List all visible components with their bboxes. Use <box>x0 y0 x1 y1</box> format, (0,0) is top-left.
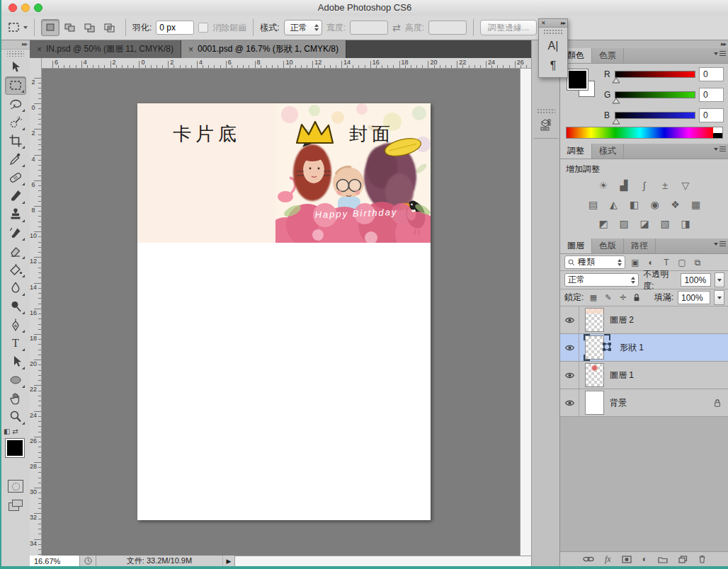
spectrum-bw-swatches[interactable] <box>713 127 722 138</box>
blue-slider[interactable] <box>615 112 695 119</box>
layer-name[interactable]: 形狀 1 <box>610 342 728 354</box>
invert-icon[interactable]: ◩ <box>596 217 610 229</box>
spectrum-gradient[interactable] <box>567 127 713 138</box>
layer-row-selected[interactable]: 形狀 1 <box>560 334 728 362</box>
dock-grip[interactable] <box>543 29 563 35</box>
fill-value[interactable]: 100% <box>678 291 710 304</box>
channel-mixer-icon[interactable]: ❖ <box>669 198 683 210</box>
dock-grip[interactable] <box>537 108 555 114</box>
link-layers-icon[interactable] <box>583 556 594 563</box>
layer-thumbnail[interactable] <box>585 308 604 332</box>
width-input[interactable] <box>350 21 388 35</box>
visibility-toggle[interactable] <box>560 389 579 416</box>
tab-adjustments[interactable]: 調整 <box>560 144 592 159</box>
green-slider[interactable] <box>615 91 695 98</box>
history-brush-tool[interactable] <box>5 224 26 242</box>
collapse-tools-button[interactable]: ▸▸ <box>1 40 30 50</box>
layer-name[interactable]: 背景 <box>610 397 713 409</box>
swap-colors-icon[interactable]: ◧ ⇄ <box>4 427 28 437</box>
ellipse-shape-tool[interactable] <box>5 371 26 389</box>
move-tool[interactable] <box>5 58 26 76</box>
close-tab-icon[interactable]: × <box>188 45 193 54</box>
layer-row[interactable]: 圖層 2 <box>560 306 728 334</box>
visibility-toggle[interactable] <box>560 334 579 361</box>
intersect-selection-button[interactable] <box>101 19 119 36</box>
add-to-selection-button[interactable] <box>61 19 79 36</box>
timing-icon[interactable] <box>80 556 96 566</box>
document-tab-0001-psd[interactable]: × 0001.psd @ 16.7% (形狀 1, CMYK/8) <box>181 40 346 58</box>
feather-input[interactable] <box>156 21 194 35</box>
lock-paint-icon[interactable]: ✎ <box>603 293 613 302</box>
ruler-corner[interactable] <box>30 58 42 69</box>
lasso-tool[interactable] <box>5 95 26 113</box>
tools-grip[interactable] <box>7 51 24 57</box>
add-layer-mask-icon[interactable] <box>622 556 632 563</box>
black-white-icon[interactable]: ◧ <box>627 198 642 210</box>
v-ruler[interactable]: 20246810121416182022242628303234 <box>30 69 42 556</box>
lock-transparency-icon[interactable]: ▦ <box>588 293 598 302</box>
new-selection-button[interactable] <box>41 19 59 36</box>
threshold-icon[interactable]: ◪ <box>637 217 652 229</box>
height-input[interactable] <box>428 21 467 35</box>
delete-layer-icon[interactable] <box>698 555 706 563</box>
layer-thumbnail[interactable] <box>585 391 604 415</box>
shape-layer-thumbnail[interactable] <box>585 335 604 360</box>
eyedropper-tool[interactable] <box>5 150 26 168</box>
filter-pixel-layers-icon[interactable]: ▣ <box>630 258 641 268</box>
new-group-icon[interactable] <box>658 556 668 563</box>
filter-shape-layers-icon[interactable]: ▢ <box>676 258 688 268</box>
style-dropdown[interactable]: 正常 <box>284 20 322 35</box>
quick-mask-button[interactable] <box>8 480 23 493</box>
gradient-map-icon[interactable]: ▧ <box>658 217 672 229</box>
tab-layers[interactable]: 圖層 <box>560 238 592 253</box>
layer-row[interactable]: 圖層 1 <box>560 362 728 389</box>
opacity-dropdown-arrow[interactable] <box>715 272 724 287</box>
antialias-checkbox[interactable] <box>198 23 208 33</box>
new-layer-icon[interactable] <box>678 556 688 563</box>
filter-type-layers-icon[interactable]: T <box>661 258 672 268</box>
tab-styles[interactable]: 樣式 <box>592 144 624 159</box>
tool-preset-picker[interactable] <box>7 21 28 34</box>
tab-paths[interactable]: 路徑 <box>624 238 656 253</box>
fill-dropdown-arrow[interactable] <box>714 290 724 305</box>
paint-bucket-tool[interactable] <box>5 260 26 279</box>
zoom-tool[interactable] <box>5 408 26 426</box>
tab-channels[interactable]: 色版 <box>592 238 624 253</box>
visibility-toggle[interactable] <box>560 306 579 333</box>
color-balance-icon[interactable]: ◭ <box>607 198 621 210</box>
screen-mode-button[interactable] <box>8 500 23 511</box>
vibrance-icon[interactable]: ▽ <box>678 179 693 191</box>
red-value[interactable]: 0 <box>699 67 724 81</box>
lock-all-icon[interactable] <box>632 293 641 302</box>
red-slider-thumb[interactable] <box>612 77 620 84</box>
tab-swatches[interactable]: 色票 <box>592 48 624 63</box>
character-panel-icon[interactable]: A| <box>539 36 567 56</box>
clone-stamp-tool[interactable] <box>5 205 26 224</box>
foreground-color-swatch[interactable] <box>6 439 24 457</box>
blend-mode-dropdown[interactable]: 正常 <box>564 273 639 287</box>
zoom-level-field[interactable]: 16.67% <box>30 556 80 566</box>
opacity-value[interactable]: 100% <box>681 273 711 287</box>
red-slider[interactable] <box>615 71 695 78</box>
eraser-tool[interactable] <box>5 242 26 260</box>
swap-width-height-icon[interactable]: ⇄ <box>392 22 401 33</box>
hand-tool[interactable] <box>5 389 26 408</box>
selective-color-icon[interactable]: ◨ <box>678 217 693 229</box>
posterize-icon[interactable]: ▨ <box>617 217 631 229</box>
layer-style-fx-icon[interactable]: fx <box>605 555 611 563</box>
h-ruler[interactable]: 64202468101214161820222426 <box>42 58 531 69</box>
path-selection-tool[interactable] <box>5 352 26 371</box>
close-tab-icon[interactable]: × <box>37 45 42 54</box>
paragraph-panel-icon[interactable]: ¶ <box>539 56 567 76</box>
color-spectrum-ramp[interactable] <box>566 127 723 139</box>
foreground-color-swatch-panel[interactable] <box>567 69 588 90</box>
background-layer-row[interactable]: 背景 <box>560 389 728 417</box>
type-tool[interactable]: T <box>5 334 26 352</box>
collapse-panels-button[interactable]: ▸▸ <box>560 40 728 48</box>
filter-adjustment-layers-icon[interactable]: ◐ <box>645 258 656 268</box>
blue-value[interactable]: 0 <box>699 108 724 122</box>
document-tab-in-psd[interactable]: × IN.psd @ 50% (圖層 11, CMYK/8) <box>30 40 181 58</box>
hue-saturation-icon[interactable]: ▤ <box>586 198 601 210</box>
dock-expand-icon[interactable]: ▸▸ <box>561 20 565 26</box>
pen-tool[interactable] <box>5 316 26 334</box>
